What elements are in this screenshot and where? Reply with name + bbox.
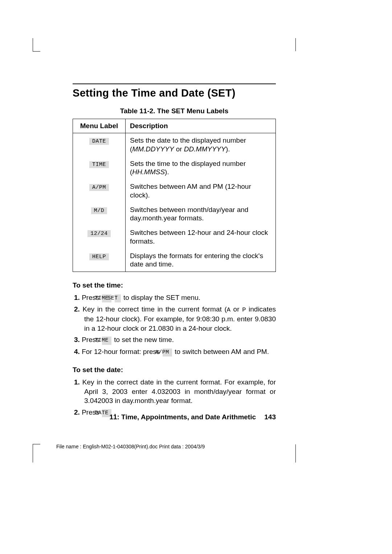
- t: A: [227, 306, 230, 313]
- desc-time: Sets the time to the displayed number (H…: [126, 156, 276, 180]
- list-item: 3. Press TIME to set the new time.: [74, 335, 276, 345]
- page-body: Setting the Time and Date (SET) Table 11…: [73, 83, 276, 419]
- t: or: [174, 145, 184, 153]
- footer-chapter: 11: Time, Appointments, and Date Arithme…: [109, 413, 256, 421]
- table-row: M/D Switches between month/day/year and …: [73, 203, 276, 226]
- crop-mark-tr: [295, 38, 296, 51]
- table-row: 12/24 Switches between 12-hour and 24-ho…: [73, 225, 276, 249]
- list-item: 1. Key in the correct date in the curren…: [74, 378, 276, 406]
- key-time: TIME: [102, 337, 111, 345]
- key-set: SET: [115, 294, 121, 302]
- table-row: DATE Sets the date to the displayed numb…: [73, 133, 276, 156]
- t: or: [230, 305, 242, 313]
- desc-1224: Switches between 12-hour and 24-hour clo…: [126, 225, 276, 249]
- key-apm: A/PM: [89, 184, 109, 191]
- footer-page-number: 143: [264, 413, 276, 421]
- heading-set-time: To set the time:: [73, 281, 276, 289]
- crop-mark-tl: [33, 38, 40, 52]
- t: MM.DDYYYY: [132, 145, 174, 153]
- num: 3.: [74, 336, 80, 343]
- list-item: 2. Key in the correct time in the curren…: [74, 305, 276, 333]
- key-help: HELP: [89, 253, 109, 260]
- desc-md: Switches between month/day/year and day.…: [126, 203, 276, 226]
- t: DD.MMYYYY: [184, 145, 226, 153]
- table-row: HELP Displays the formats for entering t…: [73, 249, 276, 272]
- desc-apm: Switches between AM and PM (12-hour cloc…: [126, 179, 276, 203]
- num: 1.: [74, 294, 80, 301]
- list-item: 1. Press TIME SET to display the SET men…: [74, 293, 276, 302]
- table-row: A/PM Switches between AM and PM (12-hour…: [73, 179, 276, 203]
- key-date: DATE: [89, 138, 109, 145]
- t: P: [242, 306, 246, 313]
- desc-date: Sets the date to the displayed number (M…: [126, 133, 276, 156]
- key-1224: 12/24: [87, 230, 111, 237]
- print-metadata: File name : English-M02-1-040308(Print).…: [56, 444, 205, 449]
- th-menu-label: Menu Label: [73, 119, 126, 133]
- num: 1.: [74, 378, 80, 386]
- t: ).: [226, 145, 230, 153]
- crop-mark-bl: [33, 444, 40, 463]
- heading-set-date: To set the date:: [73, 366, 276, 374]
- set-menu-table: Menu Label Description DATE Sets the dat…: [73, 119, 276, 272]
- table-caption: Table 11-2. The SET Menu Labels: [73, 107, 276, 115]
- t: to switch between AM and PM.: [173, 348, 269, 355]
- key-md: M/D: [91, 207, 107, 214]
- t: For 12-hour format: press: [82, 348, 162, 355]
- key-time: TIME: [89, 161, 109, 168]
- steps-set-date: 1. Key in the correct date in the curren…: [73, 378, 276, 417]
- t: Key in the correct time in the current f…: [83, 305, 227, 313]
- t: to set the new time.: [112, 336, 174, 343]
- desc-help: Displays the formats for entering the cl…: [126, 249, 276, 272]
- num: 2.: [74, 305, 80, 313]
- table-row: TIME Sets the time to the displayed numb…: [73, 156, 276, 180]
- section-title: Setting the Time and Date (SET): [73, 87, 276, 99]
- crop-mark-br: [295, 444, 296, 463]
- t: HH.MMSS: [132, 168, 165, 176]
- th-description: Description: [126, 119, 276, 133]
- num: 4.: [74, 348, 80, 355]
- t: ).: [165, 168, 169, 176]
- t: to display the SET menu.: [122, 294, 200, 301]
- section-rule: [73, 83, 276, 84]
- key-apm: A/PM: [163, 349, 172, 357]
- page-footer: 11: Time, Appointments, and Date Arithme…: [73, 413, 276, 421]
- list-item: 4. For 12-hour format: press A/PM to swi…: [74, 347, 276, 357]
- steps-set-time: 1. Press TIME SET to display the SET men…: [73, 293, 276, 357]
- t: Key in the correct date in the current f…: [82, 378, 276, 404]
